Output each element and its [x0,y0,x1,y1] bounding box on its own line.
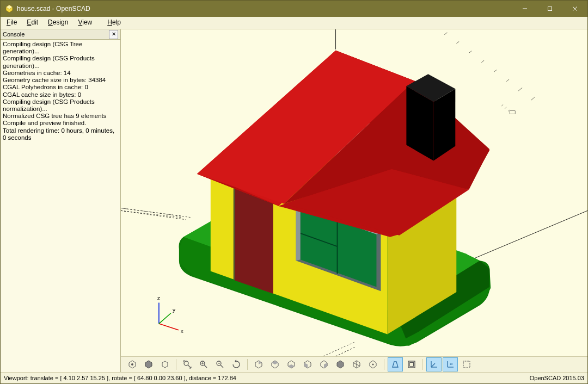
menu-design[interactable]: Design [43,17,73,29]
view-diagonal-button[interactable] [349,357,364,371]
zoom-in-button[interactable] [196,357,211,371]
model-door [234,186,273,294]
svg-text:y: y [173,307,175,313]
svg-marker-69 [145,361,152,368]
model-chimney [406,74,455,160]
svg-line-72 [188,365,191,368]
svg-rect-99 [410,363,414,367]
svg-rect-98 [408,361,415,368]
render-button[interactable] [141,357,156,371]
console-title: Console [3,31,109,38]
svg-text:10: 10 [450,362,453,366]
console-output[interactable]: Compiling design (CSG Tree generation)..… [1,40,120,372]
center-button[interactable] [365,357,381,371]
console-panel: Console ✕ Compiling design (CSG Tree gen… [1,29,121,372]
svg-marker-39 [234,186,235,281]
preview-button[interactable] [125,357,140,371]
svg-marker-70 [162,361,168,368]
perspective-button[interactable] [388,357,403,371]
svg-marker-82 [259,361,262,364]
status-bar: Viewport: translate = [ 4.10 2.57 15.25 … [1,372,587,383]
menu-edit[interactable]: Edit [22,17,43,29]
svg-marker-91 [337,361,344,368]
app-icon [5,4,14,13]
view-right-button[interactable] [251,357,266,371]
svg-marker-97 [393,362,398,367]
svg-point-96 [372,364,374,366]
svg-rect-3 [548,7,552,11]
view-back-button[interactable] [333,357,348,371]
svg-rect-106 [463,361,470,368]
svg-point-68 [131,363,133,366]
menu-file[interactable]: File [2,17,22,29]
status-version: OpenSCAD 2015.03 [530,375,584,381]
console-close-button[interactable]: ✕ [109,30,118,39]
view-toolbar: 10 [121,356,587,372]
view-front-button[interactable] [316,357,332,371]
show-scalemarkers-button[interactable]: 10 [443,357,458,371]
title-bar: house.scad - OpenSCAD [1,1,587,17]
zoom-fit-button[interactable] [180,357,195,371]
console-header: Console ✕ [1,29,120,40]
show-axes-button[interactable] [426,357,442,371]
view-top-button[interactable] [267,357,283,371]
orthographic-button[interactable] [404,357,419,371]
svg-point-71 [184,361,188,366]
3d-viewport[interactable]: z x y [121,29,587,356]
svg-line-78 [220,365,223,368]
zoom-out-button[interactable] [212,357,228,371]
menu-bar: File Edit Design View Help [1,17,587,29]
menu-help[interactable]: Help [102,17,126,29]
svg-marker-84 [272,361,278,364]
svg-text:z: z [157,295,160,301]
view-all-button[interactable] [157,357,173,371]
svg-line-102 [431,363,435,367]
maximize-button[interactable] [537,1,562,17]
view-bottom-button[interactable] [284,357,299,371]
view-left-button[interactable] [300,357,315,371]
status-viewport: Viewport: translate = [ 4.10 2.57 15.25 … [4,375,530,381]
svg-line-74 [204,365,207,368]
close-button[interactable] [562,1,587,17]
window-title: house.scad - OpenSCAD [17,5,512,13]
svg-marker-38 [235,187,273,294]
reset-view-button[interactable] [229,357,244,371]
show-edges-button[interactable] [459,357,474,371]
menu-view[interactable]: View [73,17,97,29]
minimize-button[interactable] [512,1,537,17]
svg-text:x: x [181,328,183,334]
svg-marker-86 [288,364,295,368]
svg-marker-80 [235,360,236,363]
